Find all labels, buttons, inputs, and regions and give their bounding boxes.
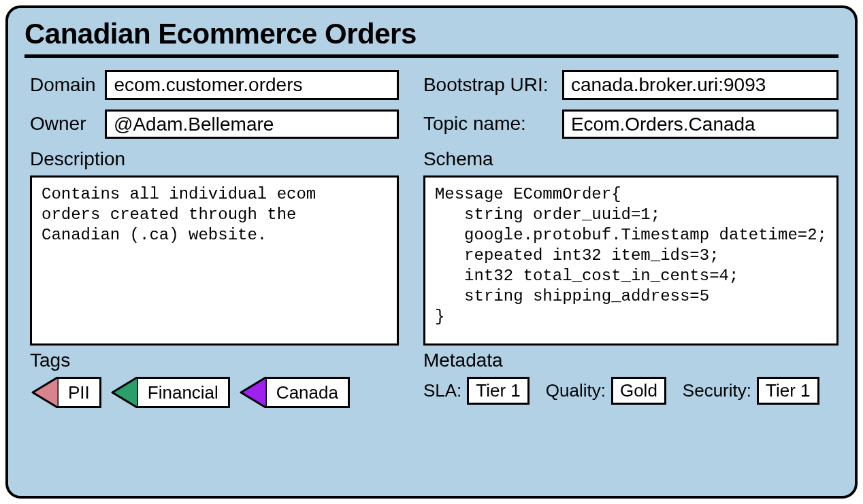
owner-label: Owner: [30, 113, 95, 135]
tags-row: PII Financial Canada: [30, 377, 399, 408]
columns: Domain ecom.customer.orders Owner @Adam.…: [25, 70, 838, 408]
owner-row: Owner @Adam.Bellemare: [30, 110, 399, 139]
right-column: Bootstrap URI: canada.broker.uri:9093 To…: [423, 70, 838, 408]
security-label: Security:: [683, 380, 751, 401]
tag-arrow-icon: [110, 377, 138, 408]
left-column: Domain ecom.customer.orders Owner @Adam.…: [30, 70, 399, 408]
metadata-label: Metadata: [423, 350, 838, 371]
domain-label: Domain: [30, 74, 95, 96]
sla-label: SLA:: [423, 380, 461, 401]
description-value: Contains all individual ecom orders crea…: [30, 175, 399, 346]
security-value: Tier 1: [757, 377, 819, 405]
bootstrap-label: Bootstrap URI:: [423, 74, 553, 96]
tag-arrow-icon: [30, 377, 59, 408]
svg-marker-1: [112, 377, 138, 408]
metadata-security: Security: Tier 1: [683, 377, 819, 405]
domain-row: Domain ecom.customer.orders: [30, 70, 399, 100]
topic-value: Ecom.Orders.Canada: [562, 110, 838, 139]
description-label: Description: [30, 148, 399, 170]
topic-label: Topic name:: [423, 113, 553, 135]
metadata-quality: Quality: Gold: [546, 377, 666, 405]
tag-label: Canada: [267, 377, 350, 408]
svg-marker-2: [241, 377, 267, 408]
divider: [25, 54, 838, 58]
tag-label: Financial: [138, 377, 230, 408]
tag-canada: Canada: [238, 377, 350, 408]
quality-value: Gold: [611, 377, 666, 405]
sla-value: Tier 1: [467, 377, 530, 405]
metadata-row: SLA: Tier 1 Quality: Gold Security: Tier…: [423, 377, 838, 405]
tags-label: Tags: [30, 350, 399, 371]
tag-label: PII: [59, 377, 101, 408]
tag-arrow-icon: [238, 377, 267, 408]
owner-value: @Adam.Bellemare: [105, 110, 399, 139]
topic-row: Topic name: Ecom.Orders.Canada: [423, 110, 838, 139]
metadata-sla: SLA: Tier 1: [423, 377, 530, 405]
bootstrap-row: Bootstrap URI: canada.broker.uri:9093: [423, 70, 838, 100]
quality-label: Quality:: [546, 380, 606, 401]
schema-label: Schema: [423, 148, 838, 170]
tag-financial: Financial: [110, 377, 230, 408]
tag-pii: PII: [30, 377, 101, 408]
svg-marker-0: [33, 377, 59, 408]
card-title: Canadian Ecommerce Orders: [25, 18, 838, 54]
schema-value: Message ECommOrder{ string order_uuid=1;…: [423, 175, 838, 346]
bootstrap-value: canada.broker.uri:9093: [562, 70, 838, 100]
data-product-card: Canadian Ecommerce Orders Domain ecom.cu…: [5, 5, 858, 499]
domain-value: ecom.customer.orders: [105, 70, 398, 100]
